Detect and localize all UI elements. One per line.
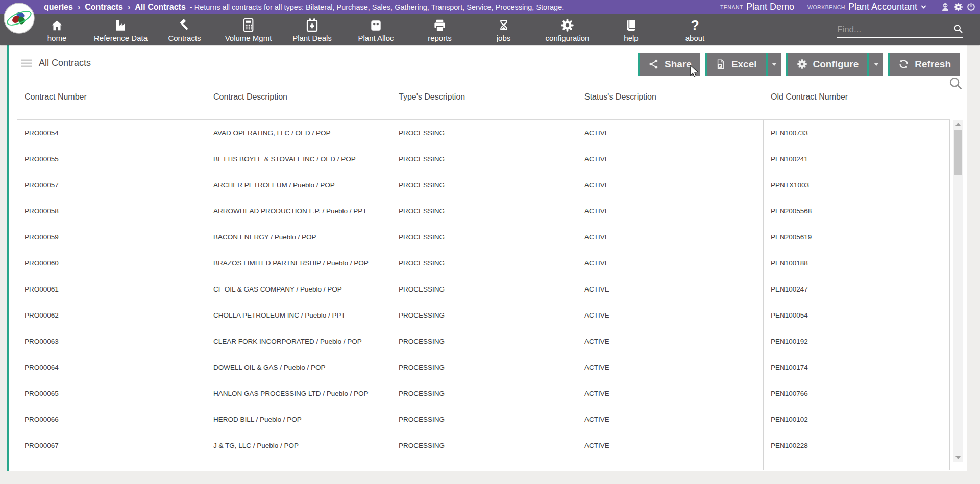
table-cell — [577, 458, 764, 470]
excel-split-button: x Excel — [705, 53, 781, 76]
power-icon[interactable] — [966, 2, 976, 12]
column-header-types-description[interactable]: Type's Description — [391, 92, 577, 102]
table-row[interactable]: PRO00065HANLON GAS PROCESSING LTD / Pueb… — [17, 380, 950, 406]
table-cell: PEN100054 — [764, 302, 950, 328]
table-cell: PRO00059 — [17, 224, 206, 250]
gavel-icon — [178, 17, 191, 32]
calendar-plus-icon — [305, 17, 319, 32]
table-cell: AVAD OPERATING, LLC / OED / POP — [206, 120, 391, 146]
excel-dropdown-button[interactable] — [766, 53, 781, 76]
table-cell: ACTIVE — [577, 354, 764, 380]
app-logo[interactable] — [4, 3, 35, 34]
caret-down-icon — [772, 63, 777, 66]
table-row[interactable]: PRO00062CHOLLA PETROLEUM INC / Pueblo / … — [17, 302, 950, 328]
refresh-icon — [898, 59, 909, 69]
table-row[interactable]: PRO00060BRAZOS LIMITED PARTNERSHIP / Pue… — [17, 250, 950, 276]
top-bar: queries › Contracts › All Contracts - Re… — [0, 0, 980, 14]
table-cell: PEN100733 — [764, 120, 950, 146]
search-icon[interactable] — [953, 23, 963, 36]
table-row[interactable]: PRO00061CF OIL & GAS COMPANY / Pueblo / … — [17, 276, 950, 302]
main-navbar: home Reference Data Contracts — [0, 14, 980, 45]
table-cell: PROCESSING — [391, 120, 577, 146]
nav-item-contracts[interactable]: Contracts — [153, 14, 216, 45]
nav-item-plant-alloc[interactable]: Plant Alloc — [344, 14, 408, 45]
workbench-label: WORKBENCH — [807, 4, 845, 10]
user-icon[interactable] — [940, 2, 950, 12]
caret-down-icon — [874, 63, 879, 66]
column-header-contract-number[interactable]: Contract Number — [17, 92, 206, 102]
table-row[interactable]: PRO00063CLEAR FORK INCORPORATED / Pueblo… — [17, 328, 950, 354]
table-row[interactable]: PRO00059BACON ENERGY / Pueblo / POPPROCE… — [17, 224, 950, 250]
share-icon — [648, 59, 659, 69]
table-cell: ACTIVE — [577, 276, 764, 302]
tenant-label: TENANT — [720, 4, 743, 10]
nav-item-jobs[interactable]: jobs — [472, 14, 535, 45]
triangle-up-icon — [955, 123, 961, 126]
scrollbar-thumb[interactable] — [954, 130, 962, 175]
gear-icon[interactable] — [953, 2, 963, 12]
nav-item-about[interactable]: ? about — [663, 14, 727, 45]
table-cell: PROCESSING — [391, 250, 577, 276]
table-cell: PEN100247 — [764, 276, 950, 302]
list-icon — [21, 59, 32, 67]
column-header-old-contract-number[interactable]: Old Contract Number — [764, 92, 950, 102]
table-cell: PROCESSING — [391, 302, 577, 328]
breadcrumb-all-contracts[interactable]: All Contracts — [135, 3, 186, 12]
book-icon — [625, 17, 638, 32]
content-panel: All Contracts Share x Excel — [7, 45, 967, 471]
table-row[interactable]: PRO00066HEROD BILL / Pueblo / POPPROCESS… — [17, 406, 950, 432]
table-cell: PROCESSING — [391, 406, 577, 432]
configure-button[interactable]: Configure — [786, 53, 868, 76]
nav-item-volume-mgmt[interactable]: Volume Mgmt — [216, 14, 280, 45]
table-row[interactable]: PRO00055BETTIS BOYLE & STOVALL INC / OED… — [17, 146, 950, 172]
table-cell: PRO00055 — [17, 146, 206, 172]
gear-icon — [560, 17, 574, 32]
table-cell — [391, 458, 577, 470]
workbench-selector[interactable]: WORKBENCH Plant Accountant — [807, 2, 927, 12]
nav-item-configuration[interactable]: configuration — [535, 14, 599, 45]
grid-body: PRO00054AVAD OPERATING, LLC / OED / POPP… — [17, 119, 950, 470]
scroll-down-button[interactable] — [953, 454, 963, 462]
breadcrumb-contracts[interactable]: Contracts — [85, 3, 123, 12]
column-header-contract-description[interactable]: Contract Description — [206, 92, 391, 102]
nav-item-plant-deals[interactable]: Plant Deals — [280, 14, 344, 45]
breadcrumb-separator: › — [78, 3, 80, 12]
calculator-icon — [242, 17, 255, 32]
table-row[interactable]: PRO00054AVAD OPERATING, LLC / OED / POPP… — [17, 120, 950, 146]
table-cell: PPNTX1003 — [764, 172, 950, 198]
column-header-statuss-description[interactable]: Status's Description — [577, 92, 764, 102]
table-cell: CF OIL & GAS COMPANY / Pueblo / POP — [206, 276, 391, 302]
workbench-value: Plant Accountant — [848, 2, 917, 12]
breadcrumb-queries[interactable]: queries — [44, 3, 73, 12]
table-cell: PEN100102 — [764, 406, 950, 432]
grid-search-icon[interactable] — [948, 76, 963, 93]
nav-item-reports[interactable]: reports — [408, 14, 472, 45]
table-row[interactable]: PRO00067J & TG, LLC / Pueblo / POPPROCES… — [17, 432, 950, 458]
table-cell: ACTIVE — [577, 146, 764, 172]
table-cell — [206, 458, 391, 470]
configure-dropdown-button[interactable] — [867, 53, 883, 76]
table-cell — [17, 458, 206, 470]
scroll-up-button[interactable] — [953, 120, 963, 128]
table-row[interactable]: PRO00057ARCHER PETROLEUM / Pueblo / POPP… — [17, 172, 950, 198]
excel-button[interactable]: x Excel — [705, 53, 766, 76]
table-cell: CLEAR FORK INCORPORATED / Pueblo / POP — [206, 328, 391, 354]
table-row[interactable]: PRO00058ARROWHEAD PRODUCTION L.P. / Pueb… — [17, 198, 950, 224]
robot-icon — [369, 17, 383, 32]
table-cell: ACTIVE — [577, 380, 764, 406]
table-cell: ARROWHEAD PRODUCTION L.P. / Pueblo / PPT — [206, 198, 391, 224]
table-cell: PROCESSING — [391, 354, 577, 380]
table-cell: PROCESSING — [391, 328, 577, 354]
configure-split-button: Configure — [786, 53, 884, 76]
table-cell: J & TG, LLC / Pueblo / POP — [206, 432, 391, 458]
vertical-scrollbar[interactable] — [953, 120, 963, 462]
table-row[interactable]: PRO00064DOWELL OIL & GAS / Pueblo / POPP… — [17, 354, 950, 380]
table-cell: PROCESSING — [391, 146, 577, 172]
refresh-button[interactable]: Refresh — [888, 53, 960, 76]
find-input[interactable] — [837, 25, 950, 35]
nav-item-reference-data[interactable]: Reference Data — [89, 14, 153, 45]
table-cell: PRO00062 — [17, 302, 206, 328]
share-button[interactable]: Share — [638, 53, 700, 76]
nav-item-help[interactable]: help — [599, 14, 663, 45]
chevron-down-icon — [920, 4, 927, 10]
